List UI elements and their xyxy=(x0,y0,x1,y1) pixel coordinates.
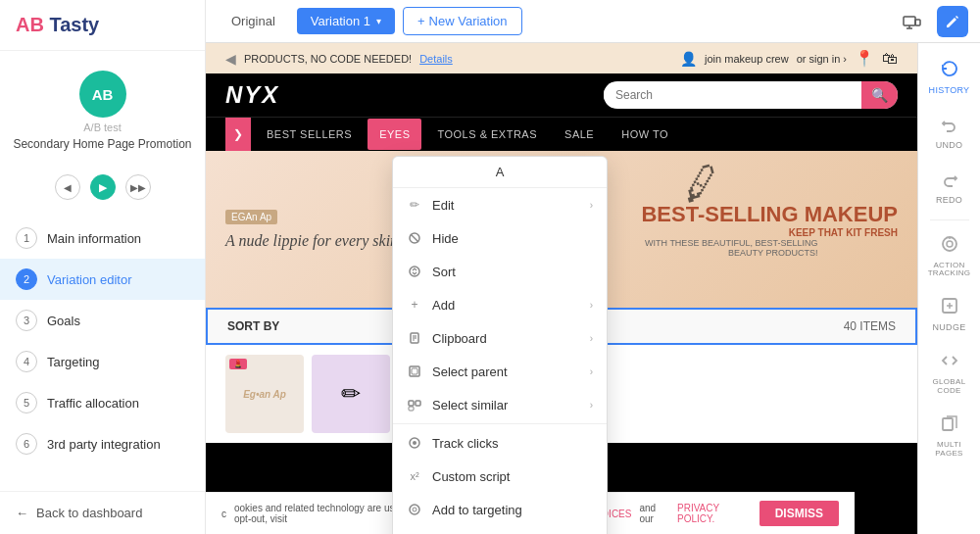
context-menu: A ✏ Edit › Hide Sort xyxy=(392,156,608,534)
nav-howto[interactable]: HOW TO xyxy=(610,119,680,150)
hero-desc: WITH THESE BEAUTIFUL, BEST-SELLING BEAUT… xyxy=(641,238,817,258)
multi-pages-label: MULTIPAGES xyxy=(935,441,962,459)
back-label: Back to dashboard xyxy=(36,506,142,520)
step-3-label: Goals xyxy=(47,314,80,328)
cart-icon[interactable]: 🛍 xyxy=(882,50,898,68)
banner-text: PRODUCTS, NO CODE NEEDED! xyxy=(244,53,412,65)
prev-button[interactable]: ◀ xyxy=(55,174,80,200)
play-button[interactable]: ▶ xyxy=(90,174,116,200)
website-preview: ◀ PRODUCTS, NO CODE NEEDED! Details 👤 jo… xyxy=(206,43,917,534)
menu-custom-script-label: Custom script xyxy=(432,469,510,484)
track-clicks-icon xyxy=(407,435,422,451)
global-code-label: GLOBALCODE xyxy=(933,378,966,396)
svg-point-21 xyxy=(943,237,956,251)
banner-link[interactable]: Details xyxy=(419,53,453,65)
step-2[interactable]: 2 Variation editor xyxy=(0,259,205,300)
step-6[interactable]: 6 3rd party integration xyxy=(0,423,205,464)
right-toolbar: HISTORY UNDO REDO ACTIONTRACKING xyxy=(917,43,980,534)
svg-rect-1 xyxy=(915,20,920,25)
hero-right-text: BEST-SELLING MAKEUP KEEP THAT KIT FRESH … xyxy=(641,202,898,258)
search-button[interactable]: 🔍 xyxy=(861,81,898,109)
back-to-dashboard[interactable]: ← Back to dashboard xyxy=(0,491,205,534)
items-count: 40 ITEMS xyxy=(844,319,896,333)
rt-global-code[interactable]: GLOBALCODE xyxy=(918,343,980,404)
menu-item-hide[interactable]: Hide xyxy=(393,221,607,255)
edit-arrow-icon: › xyxy=(590,200,593,211)
next-button[interactable]: ▶▶ xyxy=(125,174,151,200)
campaign-name: Secondary Home Page Promotion xyxy=(1,133,203,155)
edit-button[interactable] xyxy=(937,6,968,37)
menu-item-nudge[interactable]: Nudge xyxy=(393,526,607,534)
top-right-actions: 👤 join makeup crew or sign in › 📍 🛍 xyxy=(680,49,898,68)
search-input[interactable] xyxy=(604,82,861,108)
cookie-text: c xyxy=(221,509,226,519)
main-area: Original Variation 1 ▾ + New Variation xyxy=(206,0,980,534)
step-4-num: 4 xyxy=(16,351,37,372)
nav-sale[interactable]: SALE xyxy=(553,119,606,150)
rt-history[interactable]: HISTORY xyxy=(918,51,980,104)
tab-new-variation[interactable]: + New Variation xyxy=(403,7,522,35)
dismiss-button[interactable]: DISMISS xyxy=(760,501,839,526)
redo-icon xyxy=(940,169,959,193)
rt-redo[interactable]: REDO xyxy=(918,161,980,214)
menu-item-clipboard[interactable]: Clipboard › xyxy=(393,321,607,355)
location-icon[interactable]: 📍 xyxy=(855,49,874,68)
custom-script-icon: x² xyxy=(407,468,422,484)
step-6-label: 3rd party integration xyxy=(47,437,161,452)
steps-list: 1 Main information 2 Variation editor 3 … xyxy=(0,210,205,491)
logo-ab: AB xyxy=(16,14,44,35)
step-4-label: Targeting xyxy=(47,355,99,369)
product-card-1[interactable]: Eg•an Ap 💄 xyxy=(225,355,304,433)
nyx-logo: NYX xyxy=(225,81,279,109)
svg-rect-14 xyxy=(416,401,420,406)
menu-item-track-clicks[interactable]: Track clicks xyxy=(393,426,607,460)
menu-header: A xyxy=(393,157,607,188)
menu-item-add-targeting[interactable]: Add to targeting xyxy=(393,493,607,526)
rt-action-tracking[interactable]: ACTIONTRACKING xyxy=(918,226,980,287)
menu-item-select-parent[interactable]: Select parent › xyxy=(393,355,607,388)
history-label: HISTORY xyxy=(929,86,970,96)
history-icon xyxy=(940,59,959,83)
svg-point-18 xyxy=(410,505,419,514)
rt-multi-pages[interactable]: MULTIPAGES xyxy=(918,406,980,466)
step-5[interactable]: 5 Traffic allocation xyxy=(0,382,205,423)
playback-controls: ◀ ▶ ▶▶ xyxy=(0,165,205,210)
makeup-icon: 👤 xyxy=(680,51,697,67)
nyx-header: NYX 🔍 xyxy=(206,73,917,117)
hero-main-title: BEST-SELLING MAKEUP xyxy=(641,202,898,227)
edit-icon: ✏ xyxy=(407,197,422,213)
step-3[interactable]: 3 Goals xyxy=(0,300,205,341)
menu-item-sort[interactable]: Sort xyxy=(393,255,607,288)
logo-area: AB Tasty xyxy=(0,0,205,51)
step-4[interactable]: 4 Targeting xyxy=(0,341,205,382)
redo-label: REDO xyxy=(936,196,962,206)
or-sign-in: or sign in › xyxy=(797,53,847,65)
egan-badge: EGAn Ap xyxy=(225,210,277,224)
nudge-toolbar-label: NUDGE xyxy=(932,323,965,333)
tab-dropdown-icon[interactable]: ▾ xyxy=(376,16,381,26)
rt-undo[interactable]: UNDO xyxy=(918,106,980,159)
nav-eyes[interactable]: EYES xyxy=(368,119,421,150)
step-1-num: 1 xyxy=(16,227,37,249)
step-5-num: 5 xyxy=(16,392,37,413)
devices-icon xyxy=(902,12,921,31)
menu-item-custom-script[interactable]: x² Custom script xyxy=(393,460,607,493)
product-card-2[interactable]: ✏ xyxy=(312,355,390,433)
tab-original[interactable]: Original xyxy=(218,8,289,34)
svg-rect-12 xyxy=(412,368,417,374)
menu-item-add[interactable]: + Add › xyxy=(393,288,607,321)
step-1[interactable]: 1 Main information xyxy=(0,218,205,259)
menu-item-select-similar[interactable]: Select similar › xyxy=(393,388,607,421)
privacy-link[interactable]: PRIVACY POLICY. xyxy=(677,503,752,524)
nav-arrow-left[interactable]: ❯ xyxy=(225,118,251,151)
nav-tools[interactable]: TOOLS & EXTRAS xyxy=(425,119,549,150)
join-text[interactable]: join makeup crew xyxy=(705,53,789,65)
nav-best-sellers[interactable]: BEST SELLERS xyxy=(255,119,364,150)
menu-item-edit[interactable]: ✏ Edit › xyxy=(393,188,607,221)
tab-variation1[interactable]: Variation 1 ▾ xyxy=(297,8,395,34)
undo-icon xyxy=(940,114,959,138)
devices-button[interactable] xyxy=(896,6,927,37)
rt-nudge[interactable]: NUDGE xyxy=(918,288,980,341)
svg-rect-0 xyxy=(904,17,915,25)
step-3-num: 3 xyxy=(16,310,37,331)
